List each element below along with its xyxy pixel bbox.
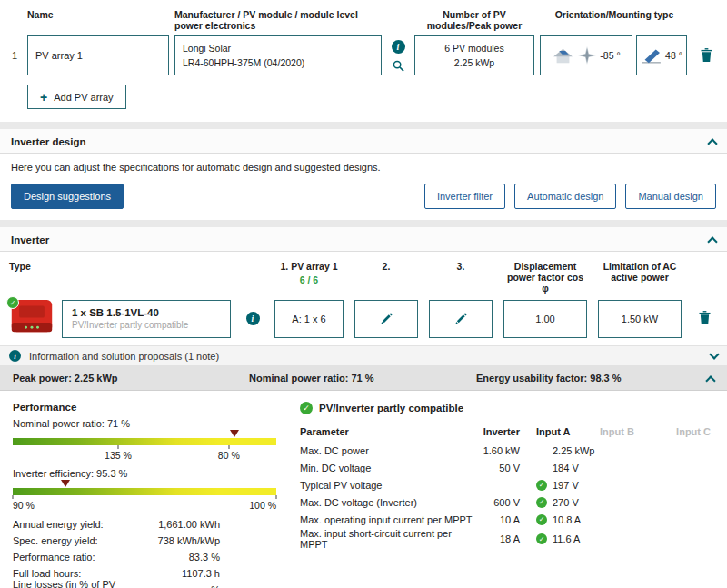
inverter-header[interactable]: Inverter	[0, 227, 727, 252]
gauge-label: Inverter efficiency: 95.3 %	[13, 468, 276, 479]
compatibility-table-body: Max. DC power1.60 kW2.25 kWpMin. DC volt…	[300, 442, 714, 550]
input-a-config[interactable]: A: 1 x 6	[274, 300, 344, 338]
stat-value: --- %	[149, 584, 220, 588]
gauge-tick	[13, 495, 14, 499]
input-a-value: A: 1 x 6	[292, 314, 325, 324]
inverter-row: 1 x SB 1.5-1VL-40 PV/Inverter partly com…	[0, 299, 727, 338]
inverter-design-header[interactable]: Inverter design	[0, 129, 727, 154]
performance-title: Performance	[13, 402, 276, 413]
input-a-cell: 10.8 A	[536, 514, 600, 525]
expand-chevron-icon[interactable]	[709, 349, 719, 359]
col-header-input-c: Input C	[656, 426, 714, 437]
collapse-chevron-icon[interactable]	[707, 236, 717, 246]
ac-limit-input[interactable]: 1.50 kW	[598, 300, 682, 338]
gauge-tick-label: 90 %	[13, 500, 35, 511]
stat-label: Performance ratio:	[13, 552, 149, 563]
ok-check-icon	[536, 514, 547, 525]
col-header-orientation: Orientation/Mounting type	[540, 9, 689, 20]
gauge-bar	[13, 438, 276, 445]
input-a-cell: 11.6 A	[536, 533, 600, 544]
inverter-filter-button[interactable]: Inverter filter	[424, 184, 505, 209]
collapse-chevron-icon[interactable]	[707, 138, 717, 148]
automatic-design-button[interactable]: Automatic design	[514, 184, 616, 209]
col-header-2: 2.	[354, 261, 418, 272]
input-a-value: 184 V	[553, 463, 579, 473]
information-proposals-bar[interactable]: Information and solution proposals (1 no…	[0, 345, 727, 366]
performance-stat-row: Annual energy yield:1,661.00 kWh	[13, 516, 276, 533]
row-index: 1	[7, 50, 22, 61]
parameter-name: Max. DC voltage (Inverter)	[300, 497, 478, 508]
inverter-table-header: Type 1. PV array 1 6 / 6 2. 3. Displacem…	[0, 261, 727, 294]
input-a-cell: 270 V	[536, 497, 600, 508]
check-slot	[536, 480, 553, 491]
tilt-value: 48 °	[665, 50, 682, 61]
module-search-icon[interactable]	[393, 60, 404, 72]
inverter-design-section: Inverter design Here you can adjust the …	[0, 129, 727, 220]
manual-design-button[interactable]: Manual design	[625, 184, 716, 209]
input-c-config[interactable]	[429, 300, 493, 338]
design-suggestions-button[interactable]: Design suggestions	[11, 184, 124, 209]
check-slot	[536, 514, 553, 525]
inverter-select[interactable]: 1 x SB 1.5-1VL-40 PV/Inverter partly com…	[62, 300, 231, 338]
module-info-icon[interactable]	[392, 40, 405, 54]
input-b-config[interactable]	[354, 300, 418, 338]
inverter-efficiency-gauge: Inverter efficiency: 95.3 % 90 %100 %	[13, 468, 276, 513]
compatibility-row: Max. operating input current per MPPT10 …	[300, 511, 714, 528]
gauge-label: Nominal power ratio: 71 %	[13, 418, 276, 429]
nominal-power-ratio-gauge: Nominal power ratio: 71 % 135 %80 %	[13, 418, 276, 463]
parameter-name: Max. DC power	[300, 445, 478, 456]
summary-peak-power: Peak power: 2.25 kWp	[13, 373, 249, 384]
tilt-box[interactable]: 48 °	[636, 35, 687, 75]
info-icon	[9, 350, 21, 362]
input-a-cell: 197 V	[536, 480, 600, 491]
delete-pv-array-icon[interactable]	[701, 48, 712, 62]
pv-array-row: 1 PV array 1 Longi Solar LR4-60HPH-375M …	[4, 35, 723, 75]
pv-array-section: Name Manufacturer / PV module / module l…	[0, 0, 727, 122]
input-a-cell: 2.25 kWp	[536, 445, 600, 456]
cos-phi-value: 1.00	[535, 314, 554, 324]
pv-module-select[interactable]: Longi Solar LR4-60HPH-375M (04/2020)	[174, 35, 382, 75]
inverter-name: 1 x SB 1.5-1VL-40	[72, 307, 230, 318]
col-header-type: Type	[9, 261, 231, 272]
col-header-array1: 1. PV array 1	[274, 261, 344, 272]
array1-module-count: 6 / 6	[274, 274, 344, 285]
gauge-tick-label: 135 %	[105, 450, 132, 461]
compatibility-row: Max. input short-circuit current per MPP…	[300, 528, 714, 550]
performance-stats: Annual energy yield:1,661.00 kWhSpec. en…	[13, 516, 276, 588]
performance-stat-row: Performance ratio:83.3 %	[13, 549, 276, 565]
check-slot	[536, 497, 553, 508]
compatibility-title-row: PV/Inverter partly compatible	[300, 402, 714, 414]
input-a-cell: 184 V	[536, 463, 600, 473]
cos-phi-input[interactable]: 1.00	[503, 300, 587, 338]
results-summary-bar[interactable]: Peak power: 2.25 kWp Nominal power ratio…	[0, 366, 727, 391]
gauge-marker-icon	[61, 480, 70, 487]
inverter-compatibility-note: PV/Inverter partly compatible	[72, 320, 230, 330]
stat-label: Spec. energy yield:	[13, 535, 149, 546]
delete-inverter-icon[interactable]	[699, 311, 711, 324]
input-a-value: 11.6 A	[553, 533, 580, 544]
stat-label: Annual energy yield:	[13, 519, 149, 530]
parameter-name: Max. operating input current per MPPT	[300, 514, 478, 525]
gauge-tick	[276, 495, 277, 499]
module-tools	[387, 40, 409, 72]
add-pv-array-button[interactable]: Add PV array	[27, 85, 126, 109]
stat-label: Full load hours:	[13, 568, 149, 579]
compatible-check-icon	[300, 402, 313, 414]
results-details: Performance Nominal power ratio: 71 % 13…	[0, 391, 727, 588]
module-count-box[interactable]: 6 PV modules 2.25 kWp	[414, 35, 534, 75]
inverter-title: Inverter	[11, 234, 49, 245]
edit-pencil-icon	[381, 313, 393, 324]
col-header-ac-limit: Limitation of AC active power	[598, 261, 682, 283]
inverter-info-icon[interactable]	[246, 312, 260, 325]
pv-array-name-input[interactable]: PV array 1	[27, 35, 169, 75]
check-slot	[536, 533, 553, 544]
input-a-value: 270 V	[553, 497, 579, 508]
stat-value: 1,661.00 kWh	[149, 519, 220, 530]
ok-check-icon	[536, 533, 547, 544]
gauge-tick	[118, 445, 119, 449]
inverter-value: 10 A	[478, 514, 536, 525]
orientation-box[interactable]: -85 °	[540, 35, 632, 75]
stat-label: Line losses (in % of PV energy):	[13, 579, 149, 588]
collapse-chevron-icon[interactable]	[705, 375, 715, 385]
col-header-name: Name	[27, 9, 169, 20]
